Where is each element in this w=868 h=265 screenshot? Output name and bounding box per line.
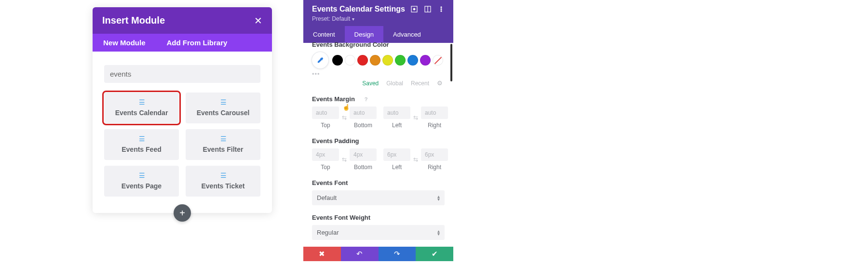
link-icon[interactable]: ⇆ [412, 114, 419, 121]
padding-right-label: Right [428, 164, 441, 171]
eyedropper-icon[interactable] [312, 52, 328, 68]
settings-tabs: Content Design Advanced [303, 26, 453, 43]
events-margin-label: Events Margin? [312, 95, 445, 103]
link-icon[interactable]: ⇆ [341, 156, 348, 163]
swatch-green[interactable] [395, 55, 406, 66]
color-tab-global[interactable]: Global [386, 80, 403, 87]
insert-module-body: ☰ Events Calendar ☰ Events Carousel ☰ Ev… [93, 52, 272, 213]
padding-bottom-label: Bottom [354, 164, 372, 171]
settings-title: Events Calendar Settings [312, 5, 405, 13]
insert-module-panel: Insert Module ✕ New Module Add From Libr… [93, 7, 272, 213]
settings-header: Events Calendar Settings Preset: Default… [303, 0, 453, 26]
confirm-button[interactable]: ✔ [416, 247, 453, 261]
tab-content[interactable]: Content [303, 26, 345, 43]
module-events-feed[interactable]: ☰ Events Feed [104, 129, 179, 160]
add-button[interactable]: + [174, 204, 191, 222]
module-events-carousel[interactable]: ☰ Events Carousel [186, 93, 260, 123]
margin-right-label: Right [428, 122, 441, 129]
cancel-button[interactable]: ✖ [303, 247, 341, 261]
settings-top-icons [411, 6, 445, 13]
padding-right-input[interactable] [421, 148, 448, 161]
margin-top-label: Top [321, 122, 330, 129]
events-font-weight-select[interactable]: Regular ▴▾ [312, 225, 445, 240]
swatch-yellow[interactable] [382, 55, 393, 66]
margin-bottom-input[interactable] [350, 106, 377, 119]
padding-row: Top ⇆ Bottom Left ⇆ Right [312, 148, 445, 171]
module-icon: ☰ [189, 98, 258, 106]
swatch-blue[interactable] [407, 55, 418, 66]
module-label: Events Ticket [189, 182, 258, 190]
link-icon[interactable]: ⇆ [412, 156, 419, 163]
module-events-filter[interactable]: ☰ Events Filter [186, 129, 260, 160]
plus-icon: + [179, 208, 185, 219]
module-icon: ☰ [107, 98, 176, 106]
help-icon[interactable]: ? [365, 96, 368, 102]
scrollbar[interactable] [450, 44, 452, 81]
swatch-white[interactable] [345, 55, 355, 66]
events-bg-color-label: Events Background Color [312, 41, 445, 48]
module-events-calendar[interactable]: ☰ Events Calendar [104, 93, 179, 123]
module-events-ticket[interactable]: ☰ Events Ticket [186, 166, 260, 197]
gear-icon[interactable]: ⚙ [437, 80, 443, 87]
caret-down-icon: ▾ [352, 16, 354, 22]
padding-top-label: Top [321, 164, 330, 171]
more-icon[interactable]: ••• [312, 70, 445, 78]
module-label: Events Calendar [107, 109, 176, 117]
margin-right-input[interactable] [421, 106, 448, 119]
select-arrows-icon: ▴▾ [437, 195, 440, 201]
padding-bottom-input[interactable] [350, 148, 377, 161]
undo-button[interactable]: ↶ [341, 247, 379, 261]
svg-point-1 [413, 8, 415, 10]
module-icon: ☰ [107, 172, 176, 179]
kebab-icon[interactable] [438, 6, 445, 13]
padding-left-input[interactable] [383, 148, 410, 161]
insert-module-header: Insert Module ✕ [93, 7, 272, 34]
link-icon[interactable]: ⇆ [341, 114, 348, 121]
margin-left-input[interactable] [383, 106, 410, 119]
swatch-purple[interactable] [420, 55, 431, 66]
preset-selector[interactable]: Preset: Default ▾ [312, 15, 445, 22]
svg-point-4 [441, 7, 442, 8]
module-icon: ☰ [107, 135, 176, 143]
module-label: Events Filter [189, 146, 258, 153]
swatch-red[interactable] [357, 55, 368, 66]
settings-footer: ✖ ↶ ↷ ✔ [303, 247, 453, 261]
module-icon: ☰ [189, 135, 258, 143]
module-icon: ☰ [189, 172, 258, 179]
svg-point-5 [441, 9, 442, 10]
margin-left-label: Left [392, 122, 402, 129]
module-label: Events Feed [107, 146, 176, 153]
swatch-none[interactable] [433, 55, 443, 66]
padding-top-input[interactable] [312, 148, 339, 161]
padding-left-label: Left [392, 164, 402, 171]
color-meta-row: Saved Global Recent ⚙ [312, 80, 445, 87]
swatch-orange[interactable] [370, 55, 380, 66]
swatch-black[interactable] [332, 55, 343, 66]
color-tab-recent[interactable]: Recent [411, 80, 429, 87]
module-events-page[interactable]: ☰ Events Page [104, 166, 179, 197]
events-font-weight-label: Events Font Weight [312, 214, 445, 221]
settings-panel: Events Calendar Settings Preset: Default… [303, 0, 453, 261]
module-label: Events Page [107, 182, 176, 190]
tab-advanced[interactable]: Advanced [383, 26, 431, 43]
insert-module-tabs: New Module Add From Library [93, 34, 272, 52]
svg-point-6 [441, 11, 442, 12]
columns-icon[interactable] [424, 6, 431, 13]
events-font-select[interactable]: Default ▴▾ [312, 190, 445, 205]
color-tab-saved[interactable]: Saved [362, 80, 379, 87]
tab-design[interactable]: Design [345, 26, 383, 43]
color-swatch-row [312, 52, 445, 68]
close-icon[interactable]: ✕ [254, 16, 262, 26]
module-grid: ☰ Events Calendar ☰ Events Carousel ☰ Ev… [104, 93, 260, 197]
select-arrows-icon: ▴▾ [437, 230, 440, 236]
tab-new-module[interactable]: New Module [93, 34, 156, 52]
font-value: Default [317, 194, 337, 201]
margin-top-input[interactable] [312, 106, 339, 119]
tab-add-from-library[interactable]: Add From Library [156, 34, 238, 52]
module-label: Events Carousel [189, 109, 258, 117]
redo-button[interactable]: ↷ [379, 247, 416, 261]
focus-icon[interactable] [411, 6, 418, 13]
margin-row: Top ⇆ Bottom Left ⇆ Right [312, 106, 445, 129]
insert-module-title: Insert Module [102, 15, 165, 26]
module-search-input[interactable] [104, 65, 260, 83]
